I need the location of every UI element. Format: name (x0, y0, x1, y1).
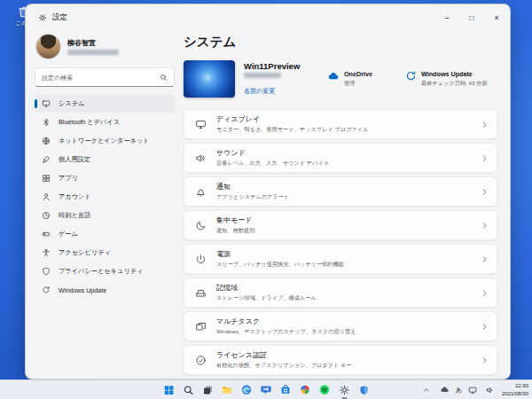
settings-card-power[interactable]: 電源 スリープ、バッテリ使用状況、バッテリー節約機能 (184, 244, 497, 274)
sidebar-item-accounts[interactable]: アカウント (35, 188, 175, 206)
volume-icon[interactable] (484, 383, 497, 396)
search-input[interactable] (42, 74, 160, 81)
settings-gear-icon (38, 13, 47, 22)
chevron-right-icon (481, 121, 489, 129)
windows-update-icon (405, 70, 417, 82)
settings-card-list: ディスプレイ モニター、明るさ、夜間モード、ディスプレイ プロファイル (184, 109, 497, 375)
windows-update-status[interactable]: Windows Update 最終チェック日時: 43 分前 (405, 70, 497, 88)
sidebar-item-network-internet[interactable]: ネットワークとインターネット (35, 132, 175, 150)
minimize-button[interactable]: – (434, 5, 459, 30)
sidebar-item-label: アカウント (59, 192, 91, 201)
sidebar-item-time-language[interactable]: 時刻と言語 (35, 207, 175, 224)
sidebar-item-system[interactable]: システム (35, 95, 175, 113)
windows-security-icon[interactable] (357, 383, 371, 396)
clock-icon (42, 211, 51, 220)
clock-time: 12:30 (502, 382, 528, 389)
sidebar-item-windows-update[interactable]: Windows Update (35, 281, 175, 299)
taskbar-clock[interactable]: 12:30 2021/08/30 (502, 382, 528, 396)
desktop: ごみ箱 設定 – □ × 柳谷智宣 (0, 0, 532, 399)
card-subtitle: モニター、明るさ、夜間モード、ディスプレイ プロファイル (216, 126, 471, 134)
sidebar-item-apps[interactable]: アプリ (35, 169, 175, 187)
settings-main: システム Win11Preview 名前の変更 (180, 31, 510, 379)
tray-chevron-up-icon[interactable] (420, 383, 434, 396)
card-title: 記憶域 (216, 283, 471, 293)
chevron-right-icon (481, 356, 489, 364)
edge-browser-icon[interactable] (240, 383, 254, 396)
window-controls: – □ × (434, 5, 509, 30)
user-name: 柳谷智宣 (67, 38, 119, 48)
sidebar-item-label: Windows Update (59, 286, 106, 294)
taskbar-center-icons (162, 380, 371, 399)
bell-icon (195, 186, 207, 198)
sidebar-item-label: 個人用設定 (59, 155, 90, 164)
settings-card-display[interactable]: ディスプレイ モニター、明るさ、夜間モード、ディスプレイ プロファイル (184, 109, 497, 139)
settings-window: 設定 – □ × 柳谷智宣 (25, 4, 511, 379)
file-explorer-icon[interactable] (221, 383, 234, 396)
titlebar[interactable]: 設定 – □ × (26, 4, 510, 31)
crescent-moon-icon (195, 220, 207, 231)
close-button[interactable]: × (484, 5, 509, 30)
card-subtitle: スリープ、バッテリ使用状況、バッテリー節約機能 (216, 261, 471, 269)
settings-card-storage[interactable]: 記憶域 ストレージ領域、ドライブ、構成ルール (184, 278, 497, 308)
power-icon (195, 254, 207, 265)
sidebar-item-privacy-security[interactable]: プライバシーとセキュリティ (35, 262, 175, 280)
search-icon (160, 74, 168, 82)
device-wallpaper-thumbnail (184, 60, 235, 98)
sidebar-item-label: 時刻と言語 (59, 211, 90, 220)
settings-card-sound[interactable]: サウンド 音量レベル、出力、入力、サウンド デバイス (184, 143, 497, 173)
chevron-right-icon (481, 222, 489, 230)
blurred-email (67, 50, 119, 55)
rename-device-link[interactable]: 名前の変更 (244, 87, 275, 96)
settings-card-activation[interactable]: ライセンス認証 有効化の状態、サブスクリプション、プロダクト キー (184, 345, 497, 375)
card-title: サウンド (216, 148, 471, 158)
windows-update-subtitle: 最終チェック日時: 43 分前 (421, 80, 488, 88)
card-subtitle: ストレージ領域、ドライブ、構成ルール (216, 294, 471, 302)
settings-card-notifications[interactable]: 通知 アプリとシステムのアラート (184, 176, 497, 207)
taskbar-search-icon[interactable] (182, 383, 195, 396)
maximize-button[interactable]: □ (459, 5, 484, 30)
person-icon (42, 192, 51, 201)
sidebar-item-label: アクセシビリティ (59, 248, 111, 257)
accessibility-icon (42, 248, 51, 257)
sidebar-item-label: システム (59, 99, 84, 108)
settings-card-focus-assist[interactable]: 集中モード 通知、自動規則 (184, 210, 497, 240)
speaker-icon (195, 153, 207, 164)
card-subtitle: 音量レベル、出力、入力、サウンド デバイス (216, 160, 471, 168)
settings-card-multitasking[interactable]: マルチタスク Windows、デスクトップのスナップ、タスクの切り替え (184, 311, 497, 341)
display-icon (195, 119, 207, 130)
settings-taskbar-icon[interactable] (338, 383, 351, 396)
sidebar-item-accessibility[interactable]: アクセシビリティ (35, 244, 175, 262)
tray-onedrive-icon[interactable] (438, 383, 451, 396)
settings-sidebar: 柳谷智宣 (26, 31, 180, 379)
card-subtitle: 通知、自動規則 (216, 227, 471, 235)
sidebar-item-label: Bluetooth とデバイス (59, 118, 120, 127)
card-title: 通知 (216, 182, 471, 192)
ime-indicator[interactable]: あ (456, 386, 462, 395)
sidebar-item-label: プライバシーとセキュリティ (59, 267, 143, 276)
sidebar-item-personalization[interactable]: 個人用設定 (35, 151, 175, 168)
onedrive-cloud-icon (327, 70, 340, 82)
storage-drive-icon (195, 287, 207, 299)
card-title: マルチタスク (216, 317, 471, 326)
onedrive-title: OneDrive (344, 70, 372, 78)
check-circle-icon (195, 355, 207, 366)
green-music-app-icon[interactable] (318, 383, 332, 396)
task-view-icon[interactable] (201, 383, 215, 396)
update-arrows-icon (42, 286, 51, 294)
sidebar-item-bluetooth-devices[interactable]: Bluetooth とデバイス (35, 113, 175, 131)
photos-icon[interactable] (299, 383, 312, 396)
network-icon[interactable] (466, 383, 480, 396)
system-tray: あ 12:30 2021/08/30 (420, 380, 528, 399)
chevron-right-icon (481, 188, 489, 196)
start-button[interactable] (162, 383, 176, 396)
account-summary[interactable]: 柳谷智宣 (35, 32, 175, 67)
card-subtitle: Windows、デスクトップのスナップ、タスクの切り替え (216, 328, 471, 336)
card-title: ディスプレイ (216, 114, 471, 124)
blurred-device-info (244, 73, 281, 78)
windows-update-title: Windows Update (421, 70, 488, 78)
onedrive-status[interactable]: OneDrive 管理 (327, 70, 398, 88)
settings-search-box[interactable] (35, 67, 175, 87)
chat-icon[interactable] (260, 383, 273, 396)
sidebar-item-gaming[interactable]: ゲーム (35, 225, 175, 243)
microsoft-store-icon[interactable] (279, 383, 293, 396)
